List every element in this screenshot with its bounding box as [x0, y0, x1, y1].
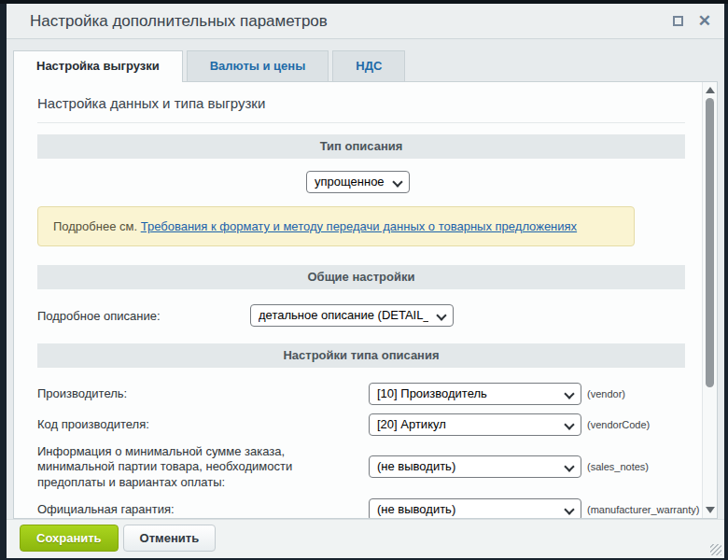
- sales-notes-row: Информация о минимальной сумме заказа, м…: [37, 444, 685, 490]
- scroll-up-icon[interactable]: [706, 87, 715, 93]
- requirements-link[interactable]: Требования к формату и методу передачи д…: [141, 219, 577, 233]
- detailed-description-label: Подробное описание:: [37, 309, 250, 323]
- vendor-code-select-wrap: [20] Артикул: [369, 413, 581, 436]
- vendor-select[interactable]: [10] Производитель: [369, 383, 581, 405]
- vendor-code-hint: (vendorCode): [587, 419, 650, 430]
- tab-content-panel: Настройка данных и типа выгрузки Тип опи…: [13, 81, 718, 519]
- tab-strip: Настройка выгрузки Валюты и цены НДС: [7, 39, 724, 81]
- sales-notes-select[interactable]: (не выводить): [369, 455, 581, 478]
- description-type-select-wrap: упрощенное: [306, 171, 410, 193]
- settings-dialog: Настройка дополнительных параметров ✕ На…: [7, 4, 724, 558]
- dialog-footer: Сохранить Отменить: [7, 519, 724, 558]
- sales-notes-label: Информация о минимальной сумме заказа, м…: [37, 444, 369, 490]
- vendor-code-label: Код производителя:: [37, 417, 369, 432]
- warranty-select[interactable]: (не выводить): [369, 498, 581, 519]
- cancel-button[interactable]: Отменить: [123, 525, 217, 552]
- description-type-row: упрощенное: [31, 171, 685, 193]
- window-buttons: ✕: [673, 13, 711, 29]
- save-button[interactable]: Сохранить: [20, 525, 119, 552]
- panel-content: Настройка данных и типа выгрузки Тип опи…: [14, 82, 717, 519]
- scroll-down-icon[interactable]: [706, 507, 715, 513]
- scrollbar-thumb[interactable]: [706, 98, 714, 387]
- maximize-icon[interactable]: [673, 16, 683, 26]
- close-icon[interactable]: ✕: [698, 13, 711, 29]
- warranty-hint: (manufacturer_warranty): [587, 504, 699, 515]
- heading-divider: [37, 122, 685, 123]
- section-header-general-settings: Общие настройки: [37, 265, 685, 289]
- section-header-description-type: Тип описания: [37, 134, 685, 159]
- warranty-label: Официальная гарантия:: [37, 502, 369, 517]
- vendor-label: Производитель:: [37, 386, 369, 401]
- warranty-select-wrap: (не выводить): [369, 498, 581, 519]
- dialog-title: Настройка дополнительных параметров: [30, 12, 673, 31]
- vendor-row: Производитель: [10] Производитель (vendo…: [37, 383, 685, 405]
- sales-notes-select-wrap: (не выводить): [369, 455, 581, 478]
- vendor-select-wrap: [10] Производитель: [369, 383, 581, 405]
- page-title: Настройка данных и типа выгрузки: [31, 91, 685, 122]
- section-header-description-settings: Настройки типа описания: [37, 343, 685, 368]
- note-prefix: Подробнее см.: [53, 219, 141, 233]
- vendor-hint: (vendor): [587, 388, 625, 399]
- tab-upload-settings[interactable]: Настройка выгрузки: [13, 50, 183, 82]
- dialog-titlebar: Настройка дополнительных параметров ✕: [7, 4, 724, 39]
- detailed-description-select[interactable]: детальное описание (DETAIL_TEXT): [250, 304, 454, 327]
- detailed-description-row: Подробное описание: детальное описание (…: [37, 304, 685, 327]
- detailed-description-select-wrap: детальное описание (DETAIL_TEXT): [250, 304, 454, 327]
- resize-grip[interactable]: [710, 544, 721, 555]
- info-note: Подробнее см. Требования к формату и мет…: [37, 206, 635, 246]
- tab-vat[interactable]: НДС: [332, 50, 405, 81]
- description-type-select[interactable]: упрощенное: [306, 171, 410, 193]
- sales-notes-hint: (sales_notes): [587, 461, 649, 472]
- description-settings-rows: Производитель: [10] Производитель (vendo…: [37, 383, 685, 519]
- vendor-code-select[interactable]: [20] Артикул: [369, 413, 581, 436]
- warranty-row: Официальная гарантия: (не выводить) (man…: [37, 498, 685, 519]
- vertical-scrollbar[interactable]: [702, 82, 717, 518]
- vendor-code-row: Код производителя: [20] Артикул (vendorC…: [37, 413, 685, 436]
- tab-currencies-prices[interactable]: Валюты и цены: [187, 50, 329, 81]
